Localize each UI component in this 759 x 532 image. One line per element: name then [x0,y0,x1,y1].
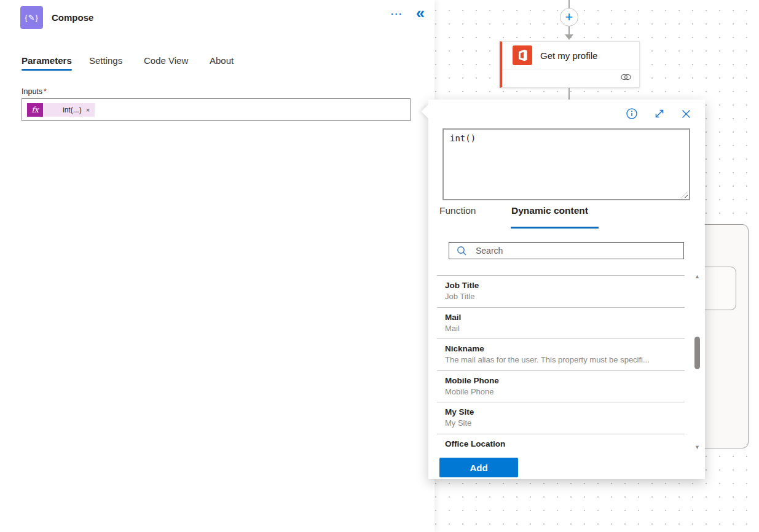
office365-icon [513,45,532,65]
expression-textarea[interactable]: int() [442,128,690,200]
expression-token-body: int(...) × [43,103,95,117]
collapse-panel-icon[interactable]: « [416,4,425,22]
list-item-my-site[interactable]: My Site My Site [437,402,685,434]
dynamic-content-underline [511,227,599,229]
remove-token-icon[interactable]: × [86,106,90,114]
expression-token-label: int(...) [63,106,82,114]
item-title: My Site [445,407,685,417]
tab-dynamic-content[interactable]: Dynamic content [511,205,588,216]
connection-link-icon[interactable] [620,72,632,84]
list-scrollbar[interactable]: ▲ ▼ [692,272,702,452]
item-title: Job Title [445,281,685,290]
required-asterisk: * [44,87,47,96]
list-item-office-location[interactable]: Office Location [437,434,685,454]
list-item-nickname[interactable]: Nickname The mail alias for the user. Th… [437,338,685,370]
connector-line-bottom [568,88,570,100]
scroll-down-icon[interactable]: ▼ [692,444,702,450]
tab-settings[interactable]: Settings [89,55,122,66]
inputs-field[interactable]: fx int(...) × [22,98,411,121]
search-icon [457,246,467,256]
dynamic-content-list: Job Title Job Title Mail Mail Nickname T… [437,275,685,453]
tab-parameters[interactable]: Parameters [22,55,72,66]
compose-action-icon: {✎} [20,6,43,29]
inputs-field-label: Inputs* [22,87,47,96]
item-title: Nickname [445,344,685,353]
inputs-label-text: Inputs [22,87,42,96]
expression-token[interactable]: fx int(...) × [27,103,95,117]
list-item-mail[interactable]: Mail Mail [437,307,685,339]
node-get-my-profile[interactable]: Get my profile [500,41,640,88]
list-item-job-title[interactable]: Job Title Job Title [437,275,685,307]
panel-title: Compose [52,12,93,23]
item-description: The mail alias for the user. This proper… [445,355,685,364]
active-tab-underline [22,69,72,71]
power-automate-designer: + Get my profile [0,0,759,532]
connector-arrow-icon [565,34,573,40]
more-options-icon[interactable]: ··· [391,9,403,19]
node-title: Get my profile [540,50,597,61]
item-title: Mobile Phone [445,376,685,385]
expression-editor-popup: int() Function Dynamic content Job Title… [428,100,705,479]
item-title: Mail [445,313,685,322]
connector-line-top [568,0,570,9]
item-title: Office Location [445,439,685,448]
item-description: Mobile Phone [445,387,685,396]
close-icon[interactable] [678,106,693,121]
info-icon[interactable] [624,106,639,121]
fx-icon: fx [27,103,43,117]
tab-code-view[interactable]: Code View [144,55,188,66]
node-header: Get my profile [502,42,639,69]
add-button[interactable]: Add [439,458,518,477]
dynamic-content-search[interactable] [449,242,684,259]
expand-icon[interactable] [652,106,667,121]
node-footer [502,69,639,87]
insert-step-button[interactable]: + [560,8,578,26]
item-description: Job Title [445,292,685,301]
tab-function[interactable]: Function [439,205,476,216]
list-item-mobile-phone[interactable]: Mobile Phone Mobile Phone [437,370,685,402]
scroll-up-icon[interactable]: ▲ [692,273,702,280]
item-description: My Site [445,418,685,428]
action-config-panel: {✎} Compose ··· « Parameters Settings Co… [0,0,435,532]
braces-pencil-glyph: {✎} [25,13,39,22]
scrollbar-thumb[interactable] [694,337,700,369]
plus-icon: + [565,10,573,24]
item-description: Mail [445,324,685,333]
panel-tabs: Parameters Settings Code View About [0,55,435,71]
search-input[interactable] [467,246,683,256]
connector-line-mid [568,26,570,35]
tab-about[interactable]: About [210,55,234,66]
